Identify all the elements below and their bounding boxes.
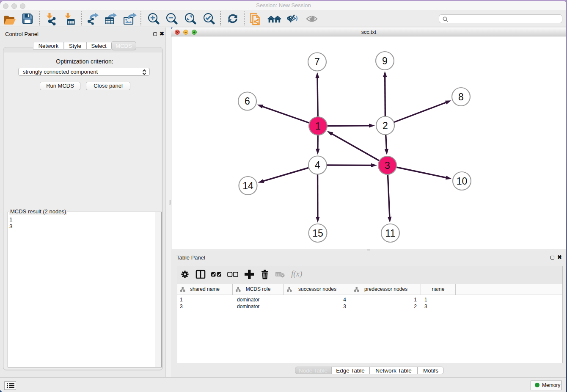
svg-text:9: 9 bbox=[382, 55, 388, 66]
svg-text:3: 3 bbox=[385, 160, 390, 171]
svg-text:10: 10 bbox=[456, 176, 467, 187]
svg-text:11: 11 bbox=[385, 228, 395, 239]
svg-text:14: 14 bbox=[242, 180, 253, 191]
svg-text:6: 6 bbox=[245, 96, 250, 107]
svg-text:7: 7 bbox=[314, 56, 320, 67]
svg-text:1: 1 bbox=[315, 121, 321, 132]
svg-text:4: 4 bbox=[315, 160, 320, 171]
svg-text:2: 2 bbox=[383, 120, 388, 131]
svg-text:15: 15 bbox=[312, 228, 323, 239]
svg-text:8: 8 bbox=[458, 91, 464, 102]
